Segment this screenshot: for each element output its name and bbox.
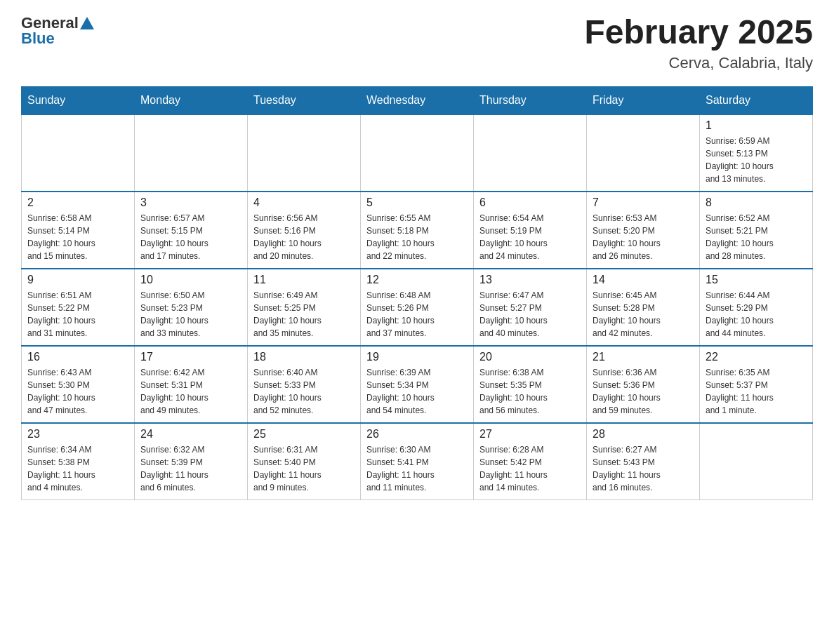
week-row-5: 23Sunrise: 6:34 AM Sunset: 5:38 PM Dayli… bbox=[22, 423, 813, 500]
logo-triangle-icon bbox=[80, 17, 94, 29]
day-info: Sunrise: 6:54 AM Sunset: 5:19 PM Dayligh… bbox=[479, 212, 581, 262]
calendar-cell: 4Sunrise: 6:56 AM Sunset: 5:16 PM Daylig… bbox=[248, 192, 361, 269]
day-info: Sunrise: 6:49 AM Sunset: 5:25 PM Dayligh… bbox=[253, 289, 355, 340]
calendar-cell bbox=[700, 423, 813, 500]
day-info: Sunrise: 6:51 AM Sunset: 5:22 PM Dayligh… bbox=[27, 289, 128, 340]
day-number: 20 bbox=[479, 351, 581, 363]
day-number: 12 bbox=[366, 274, 468, 286]
day-info: Sunrise: 6:56 AM Sunset: 5:16 PM Dayligh… bbox=[253, 212, 355, 262]
week-row-3: 9Sunrise: 6:51 AM Sunset: 5:22 PM Daylig… bbox=[22, 269, 813, 346]
column-header-thursday: Thursday bbox=[474, 86, 587, 114]
day-info: Sunrise: 6:44 AM Sunset: 5:29 PM Dayligh… bbox=[706, 289, 807, 340]
day-info: Sunrise: 6:31 AM Sunset: 5:40 PM Dayligh… bbox=[253, 443, 355, 494]
day-number: 4 bbox=[253, 196, 355, 209]
day-number: 23 bbox=[27, 428, 128, 441]
page-header: General Blue February 2025 Cerva, Calabr… bbox=[21, 14, 813, 72]
calendar-cell: 6Sunrise: 6:54 AM Sunset: 5:19 PM Daylig… bbox=[474, 192, 587, 269]
calendar-cell: 24Sunrise: 6:32 AM Sunset: 5:39 PM Dayli… bbox=[135, 423, 248, 500]
calendar-cell: 25Sunrise: 6:31 AM Sunset: 5:40 PM Dayli… bbox=[248, 423, 361, 500]
calendar-cell: 3Sunrise: 6:57 AM Sunset: 5:15 PM Daylig… bbox=[135, 192, 248, 269]
column-header-friday: Friday bbox=[587, 86, 700, 114]
day-number: 6 bbox=[479, 196, 581, 209]
calendar-cell: 12Sunrise: 6:48 AM Sunset: 5:26 PM Dayli… bbox=[361, 269, 474, 346]
column-header-tuesday: Tuesday bbox=[248, 86, 361, 114]
day-info: Sunrise: 6:36 AM Sunset: 5:36 PM Dayligh… bbox=[593, 366, 694, 417]
calendar-cell bbox=[248, 114, 361, 192]
day-number: 19 bbox=[366, 351, 468, 363]
day-number: 11 bbox=[253, 274, 355, 286]
day-info: Sunrise: 6:59 AM Sunset: 5:13 PM Dayligh… bbox=[706, 135, 807, 185]
calendar-cell: 15Sunrise: 6:44 AM Sunset: 5:29 PM Dayli… bbox=[700, 269, 813, 346]
day-number: 26 bbox=[366, 428, 468, 441]
calendar-cell: 28Sunrise: 6:27 AM Sunset: 5:43 PM Dayli… bbox=[587, 423, 700, 500]
calendar-cell: 13Sunrise: 6:47 AM Sunset: 5:27 PM Dayli… bbox=[474, 269, 587, 346]
day-number: 27 bbox=[479, 428, 581, 441]
day-number: 15 bbox=[706, 274, 807, 286]
day-info: Sunrise: 6:42 AM Sunset: 5:31 PM Dayligh… bbox=[140, 366, 241, 417]
calendar-cell: 5Sunrise: 6:55 AM Sunset: 5:18 PM Daylig… bbox=[361, 192, 474, 269]
calendar-cell: 7Sunrise: 6:53 AM Sunset: 5:20 PM Daylig… bbox=[587, 192, 700, 269]
calendar-cell: 26Sunrise: 6:30 AM Sunset: 5:41 PM Dayli… bbox=[361, 423, 474, 500]
calendar-cell: 16Sunrise: 6:43 AM Sunset: 5:30 PM Dayli… bbox=[22, 346, 135, 423]
day-info: Sunrise: 6:50 AM Sunset: 5:23 PM Dayligh… bbox=[140, 289, 241, 340]
day-info: Sunrise: 6:27 AM Sunset: 5:43 PM Dayligh… bbox=[593, 443, 694, 494]
day-number: 13 bbox=[479, 274, 581, 286]
calendar-cell: 27Sunrise: 6:28 AM Sunset: 5:42 PM Dayli… bbox=[474, 423, 587, 500]
week-row-2: 2Sunrise: 6:58 AM Sunset: 5:14 PM Daylig… bbox=[22, 192, 813, 269]
day-info: Sunrise: 6:32 AM Sunset: 5:39 PM Dayligh… bbox=[140, 443, 241, 494]
day-number: 28 bbox=[593, 428, 694, 441]
day-number: 17 bbox=[140, 351, 241, 363]
day-info: Sunrise: 6:58 AM Sunset: 5:14 PM Dayligh… bbox=[27, 212, 128, 262]
calendar-cell: 9Sunrise: 6:51 AM Sunset: 5:22 PM Daylig… bbox=[22, 269, 135, 346]
day-number: 24 bbox=[140, 428, 241, 441]
day-number: 7 bbox=[593, 196, 694, 209]
column-header-wednesday: Wednesday bbox=[361, 86, 474, 114]
calendar-cell bbox=[474, 114, 587, 192]
day-number: 21 bbox=[593, 351, 694, 363]
column-header-monday: Monday bbox=[135, 86, 248, 114]
calendar-cell: 21Sunrise: 6:36 AM Sunset: 5:36 PM Dayli… bbox=[587, 346, 700, 423]
day-info: Sunrise: 6:34 AM Sunset: 5:38 PM Dayligh… bbox=[27, 443, 128, 494]
day-number: 5 bbox=[366, 196, 468, 209]
day-number: 9 bbox=[27, 274, 128, 286]
day-number: 10 bbox=[140, 274, 241, 286]
calendar-cell: 23Sunrise: 6:34 AM Sunset: 5:38 PM Dayli… bbox=[22, 423, 135, 500]
calendar-cell: 1Sunrise: 6:59 AM Sunset: 5:13 PM Daylig… bbox=[700, 114, 813, 192]
day-info: Sunrise: 6:52 AM Sunset: 5:21 PM Dayligh… bbox=[706, 212, 807, 262]
day-info: Sunrise: 6:43 AM Sunset: 5:30 PM Dayligh… bbox=[27, 366, 128, 417]
calendar-cell: 19Sunrise: 6:39 AM Sunset: 5:34 PM Dayli… bbox=[361, 346, 474, 423]
calendar-title: February 2025 bbox=[584, 14, 813, 51]
calendar-cell: 2Sunrise: 6:58 AM Sunset: 5:14 PM Daylig… bbox=[22, 192, 135, 269]
week-row-4: 16Sunrise: 6:43 AM Sunset: 5:30 PM Dayli… bbox=[22, 346, 813, 423]
calendar-cell: 18Sunrise: 6:40 AM Sunset: 5:33 PM Dayli… bbox=[248, 346, 361, 423]
day-info: Sunrise: 6:47 AM Sunset: 5:27 PM Dayligh… bbox=[479, 289, 581, 340]
day-info: Sunrise: 6:35 AM Sunset: 5:37 PM Dayligh… bbox=[706, 366, 807, 417]
calendar-cell: 10Sunrise: 6:50 AM Sunset: 5:23 PM Dayli… bbox=[135, 269, 248, 346]
day-info: Sunrise: 6:53 AM Sunset: 5:20 PM Dayligh… bbox=[593, 212, 694, 262]
calendar-cell: 20Sunrise: 6:38 AM Sunset: 5:35 PM Dayli… bbox=[474, 346, 587, 423]
calendar-cell bbox=[361, 114, 474, 192]
calendar-cell bbox=[587, 114, 700, 192]
day-info: Sunrise: 6:45 AM Sunset: 5:28 PM Dayligh… bbox=[593, 289, 694, 340]
column-header-sunday: Sunday bbox=[22, 86, 135, 114]
title-block: February 2025 Cerva, Calabria, Italy bbox=[584, 14, 813, 72]
calendar-cell bbox=[135, 114, 248, 192]
day-number: 3 bbox=[140, 196, 241, 209]
day-info: Sunrise: 6:55 AM Sunset: 5:18 PM Dayligh… bbox=[366, 212, 468, 262]
day-info: Sunrise: 6:28 AM Sunset: 5:42 PM Dayligh… bbox=[479, 443, 581, 494]
week-row-1: 1Sunrise: 6:59 AM Sunset: 5:13 PM Daylig… bbox=[22, 114, 813, 192]
column-header-saturday: Saturday bbox=[700, 86, 813, 114]
day-number: 14 bbox=[593, 274, 694, 286]
calendar-cell: 22Sunrise: 6:35 AM Sunset: 5:37 PM Dayli… bbox=[700, 346, 813, 423]
day-info: Sunrise: 6:40 AM Sunset: 5:33 PM Dayligh… bbox=[253, 366, 355, 417]
calendar-header-row: SundayMondayTuesdayWednesdayThursdayFrid… bbox=[22, 86, 813, 114]
day-info: Sunrise: 6:39 AM Sunset: 5:34 PM Dayligh… bbox=[366, 366, 468, 417]
day-info: Sunrise: 6:48 AM Sunset: 5:26 PM Dayligh… bbox=[366, 289, 468, 340]
logo-blue-text: Blue bbox=[21, 29, 94, 48]
calendar-cell bbox=[22, 114, 135, 192]
day-info: Sunrise: 6:57 AM Sunset: 5:15 PM Dayligh… bbox=[140, 212, 241, 262]
day-number: 8 bbox=[706, 196, 807, 209]
calendar-subtitle: Cerva, Calabria, Italy bbox=[584, 54, 813, 72]
calendar-cell: 8Sunrise: 6:52 AM Sunset: 5:21 PM Daylig… bbox=[700, 192, 813, 269]
day-number: 1 bbox=[706, 119, 807, 132]
